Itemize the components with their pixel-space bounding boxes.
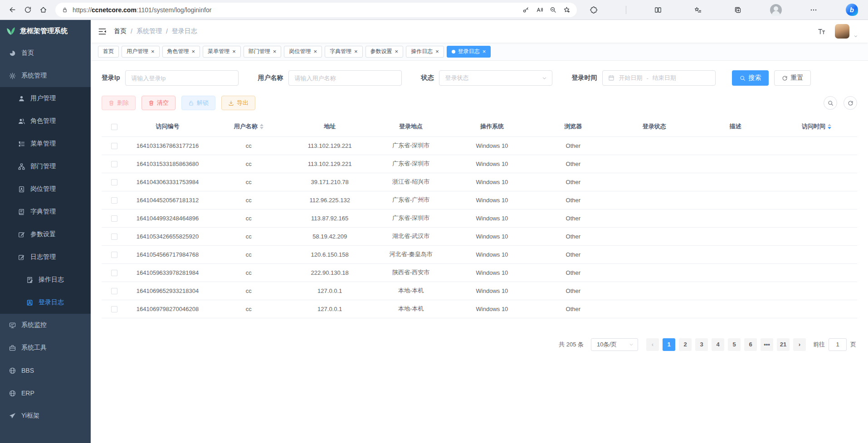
sort-caret-icon[interactable] — [260, 124, 263, 129]
sidebar-item-系统管理[interactable]: 系统管理 — [0, 64, 91, 87]
清空-button[interactable]: 清空 — [141, 96, 176, 110]
more-pages-button[interactable]: ••• — [761, 338, 773, 351]
user-avatar[interactable] — [835, 24, 849, 39]
breadcrumb-item[interactable]: 首页 — [114, 27, 127, 35]
sidebar-item-ERP[interactable]: ERP — [0, 382, 91, 404]
tab-参数设置[interactable]: 参数设置× — [366, 46, 404, 58]
select-all-checkbox[interactable] — [111, 124, 117, 130]
page-button-4[interactable]: 4 — [712, 338, 724, 351]
back-button[interactable] — [5, 2, 20, 18]
status-select[interactable]: 登录状态 — [439, 70, 552, 86]
page-button-2[interactable]: 2 — [679, 338, 692, 351]
导出-button[interactable]: 导出 — [221, 96, 255, 110]
username-input[interactable] — [288, 70, 402, 86]
extensions-button[interactable] — [586, 2, 601, 18]
menu-fold-icon[interactable] — [98, 27, 107, 36]
row-checkbox[interactable] — [111, 197, 117, 204]
avatar-caret-icon[interactable] — [853, 34, 858, 39]
refresh-button[interactable] — [20, 2, 35, 18]
zoom-out-button[interactable] — [546, 3, 560, 17]
cell — [614, 227, 695, 245]
row-checkbox[interactable] — [111, 143, 117, 149]
tab-菜单管理[interactable]: 菜单管理× — [203, 46, 241, 58]
sidebar-item-操作日志[interactable]: 操作日志 — [0, 268, 91, 291]
tab-用户管理[interactable]: 用户管理× — [122, 46, 160, 58]
home-button[interactable] — [35, 2, 51, 18]
row-checkbox[interactable] — [111, 179, 117, 185]
tab-部门管理[interactable]: 部门管理× — [244, 46, 282, 58]
split-screen-button[interactable] — [650, 2, 666, 18]
sidebar-item-用户管理[interactable]: 用户管理 — [0, 87, 91, 110]
address-bar[interactable]: https://ccnetcore.com:1101/system/log/lo… — [55, 3, 577, 17]
row-checkbox[interactable] — [111, 215, 117, 222]
tab-操作日志[interactable]: 操作日志× — [406, 46, 444, 58]
read-aloud-button[interactable] — [532, 3, 546, 17]
close-icon[interactable]: × — [483, 49, 486, 54]
page-button-21[interactable]: 21 — [777, 338, 790, 351]
page-button-3[interactable]: 3 — [695, 338, 708, 351]
sidebar-item-系统监控[interactable]: 系统监控 — [0, 314, 91, 336]
sort-caret-icon[interactable] — [828, 124, 831, 129]
row-checkbox[interactable] — [111, 252, 117, 258]
column-header-用户名称[interactable]: 用户名称 — [208, 117, 289, 136]
解锁-button[interactable]: 解锁 — [181, 96, 215, 110]
reset-button[interactable]: 重置 — [774, 70, 811, 86]
page-button-6[interactable]: 6 — [744, 338, 757, 351]
sidebar-item-label: 角色管理 — [30, 117, 56, 125]
close-icon[interactable]: × — [313, 49, 317, 54]
tab-字典管理[interactable]: 字典管理× — [325, 46, 363, 58]
profile-icon[interactable] — [770, 4, 782, 16]
row-checkbox[interactable] — [111, 306, 117, 312]
row-checkbox[interactable] — [111, 288, 117, 294]
sidebar-item-菜单管理[interactable]: 菜单管理 — [0, 132, 91, 155]
copilot-icon[interactable] — [846, 4, 858, 16]
sidebar-item-参数设置[interactable]: 参数设置 — [0, 223, 91, 246]
close-icon[interactable]: × — [273, 49, 277, 54]
删除-button[interactable]: 删除 — [102, 96, 136, 110]
more-button[interactable] — [806, 2, 821, 18]
key-icon — [522, 6, 529, 13]
search-mini-button[interactable] — [824, 96, 837, 110]
page-button-1[interactable]: 1 — [663, 338, 675, 351]
collections-button[interactable] — [730, 2, 746, 18]
users-icon — [18, 118, 25, 125]
sidebar-item-登录日志[interactable]: 登录日志 — [0, 291, 91, 314]
date-range-picker[interactable]: 开始日期 - 结束日期 — [602, 70, 716, 86]
sidebar-item-字典管理[interactable]: 字典管理 — [0, 200, 91, 223]
prev-page-button[interactable]: ‹ — [646, 338, 659, 351]
sidebar-item-首页[interactable]: 首页 — [0, 42, 91, 64]
sidebar-item-岗位管理[interactable]: 岗位管理 — [0, 178, 91, 200]
close-icon[interactable]: × — [192, 49, 195, 54]
sidebar-item-部门管理[interactable]: 部门管理 — [0, 155, 91, 178]
sidebar-item-Yi框架[interactable]: Yi框架 — [0, 404, 91, 427]
tab-岗位管理[interactable]: 岗位管理× — [284, 46, 322, 58]
favorite-add-button[interactable] — [560, 3, 573, 17]
close-icon[interactable]: × — [435, 49, 439, 54]
refresh-mini-button[interactable] — [844, 96, 857, 110]
tab-角色管理[interactable]: 角色管理× — [162, 46, 200, 58]
breadcrumb-item[interactable]: 系统管理 — [137, 27, 162, 35]
favorites-button[interactable] — [690, 2, 706, 18]
sidebar-item-BBS[interactable]: BBS — [0, 359, 91, 382]
goto-page-input[interactable] — [829, 338, 847, 351]
sidebar-item-日志管理[interactable]: 日志管理 — [0, 246, 91, 268]
tab-首页[interactable]: 首页 — [98, 46, 119, 58]
close-icon[interactable]: × — [232, 49, 236, 54]
key-button[interactable] — [519, 3, 532, 17]
close-icon[interactable]: × — [395, 49, 399, 54]
sidebar-item-系统工具[interactable]: 系统工具 — [0, 336, 91, 359]
next-page-button[interactable]: › — [793, 338, 806, 351]
close-icon[interactable]: × — [151, 49, 155, 54]
tab-登录日志[interactable]: 登录日志× — [447, 46, 491, 58]
search-button[interactable]: 搜索 — [732, 70, 769, 86]
close-icon[interactable]: × — [354, 49, 358, 54]
login-ip-input[interactable] — [125, 70, 239, 86]
font-size-icon[interactable] — [818, 28, 825, 35]
sidebar-item-角色管理[interactable]: 角色管理 — [0, 110, 91, 132]
page-button-5[interactable]: 5 — [728, 338, 741, 351]
row-checkbox[interactable] — [111, 270, 117, 276]
column-header-访问时间[interactable]: 访问时间 — [776, 117, 857, 136]
row-checkbox[interactable] — [111, 234, 117, 240]
row-checkbox[interactable] — [111, 161, 117, 167]
page-size-select[interactable]: 10条/页 — [591, 338, 638, 351]
